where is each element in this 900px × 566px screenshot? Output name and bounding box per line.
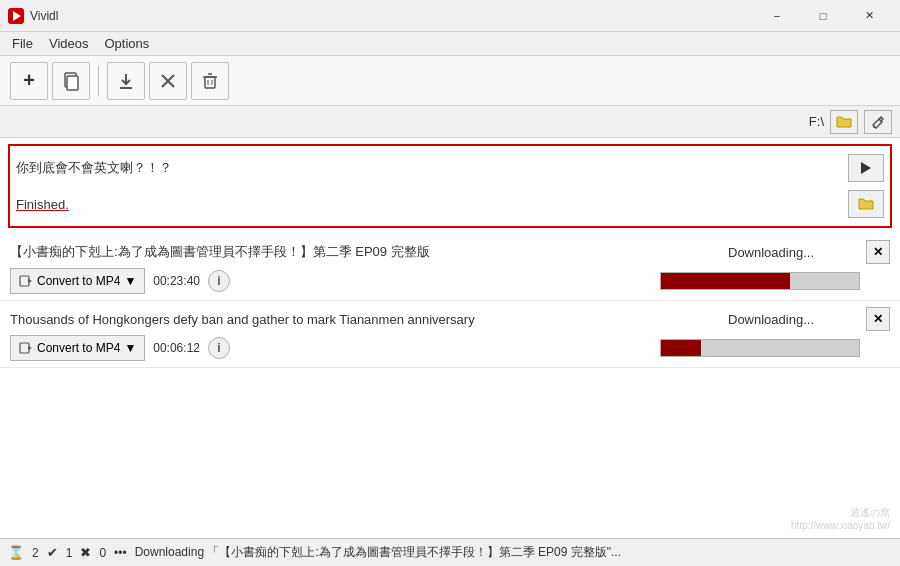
folder-icon (836, 115, 852, 129)
svg-rect-14 (20, 276, 29, 286)
edit-path-button[interactable] (864, 110, 892, 134)
download-title-1: Thousands of Hongkongers defy ban and ga… (10, 312, 728, 327)
progress-bar-0 (660, 272, 860, 290)
path-bar: F:\ (0, 106, 900, 138)
info-1-button[interactable]: i (208, 337, 230, 359)
convert-dropdown-0: ▼ (124, 274, 136, 288)
play-button[interactable] (848, 154, 884, 182)
download-row1-1: Thousands of Hongkongers defy ban and ga… (10, 307, 890, 331)
hourglass-icon: ⌛ (8, 545, 24, 560)
close-button[interactable]: ✕ (846, 0, 892, 32)
open-folder-button[interactable] (848, 190, 884, 218)
svg-marker-17 (28, 346, 32, 350)
toolbar: + (0, 56, 900, 106)
open-folder-icon (858, 197, 874, 211)
trash-button[interactable] (191, 62, 229, 100)
svg-rect-16 (20, 343, 29, 353)
progress-area-1 (238, 339, 890, 357)
add-button[interactable]: + (10, 62, 48, 100)
finished-item-row1: 你到底會不會英文喇？！？ (16, 150, 884, 186)
minimize-button[interactable]: − (754, 0, 800, 32)
downloading-filename: 「【小書痴的下剋上:為了成為圖書管理員不擇手段！】第二季 EP09 完整版"..… (207, 545, 621, 559)
finished-item-status: Finished. (16, 197, 69, 212)
remove-icon (158, 71, 178, 91)
progress-area-0 (238, 272, 890, 290)
download-icon (116, 71, 136, 91)
remove-download-1-button[interactable]: ✕ (866, 307, 890, 331)
progress-bar-1 (660, 339, 860, 357)
convert-dropdown-1: ▼ (124, 341, 136, 355)
content-area: 你到底會不會英文喇？！？ Finished. 【小書痴的下剋上:為了成為圖書管理… (0, 138, 900, 538)
convert-mp4-0-button[interactable]: Convert to MP4 ▼ (10, 268, 145, 294)
finished-item: 你到底會不會英文喇？！？ Finished. (8, 144, 892, 228)
done-count: 1 (66, 546, 73, 560)
downloading-label: Downloading (135, 545, 204, 559)
window-controls: − □ ✕ (754, 0, 892, 32)
info-0-button[interactable]: i (208, 270, 230, 292)
toolbar-separator (98, 66, 99, 96)
convert-mp4-1-button[interactable]: Convert to MP4 ▼ (10, 335, 145, 361)
download-row1-0: 【小書痴的下剋上:為了成為圖書管理員不擇手段！】第二季 EP09 完整版 Dow… (10, 240, 890, 264)
download-item-0: 【小書痴的下剋上:為了成為圖書管理員不擇手段！】第二季 EP09 完整版 Dow… (0, 234, 900, 301)
convert-label-1: Convert to MP4 (37, 341, 120, 355)
finished-item-title: 你到底會不會英文喇？！？ (16, 159, 172, 177)
download-status-0: Downloading... (728, 245, 858, 260)
progress-fill-0 (661, 273, 790, 289)
finished-item-row2: Finished. (16, 186, 884, 222)
check-icon: ✔ (47, 545, 58, 560)
play-icon (860, 161, 872, 175)
download-title-0: 【小書痴的下剋上:為了成為圖書管理員不擇手段！】第二季 EP09 完整版 (10, 243, 728, 261)
download-row2-0: Convert to MP4 ▼ 00:23:40 i (10, 268, 890, 294)
progress-fill-1 (661, 340, 701, 356)
status-bar: ⌛ 2 ✔ 1 ✖ 0 ••• Downloading 「【小書痴的下剋上:為了… (0, 538, 900, 566)
download-button[interactable] (107, 62, 145, 100)
remove-button[interactable] (149, 62, 187, 100)
menu-file[interactable]: File (4, 34, 41, 53)
svg-marker-13 (861, 162, 871, 174)
trash-icon (200, 71, 220, 91)
svg-rect-3 (67, 76, 78, 90)
folder-browse-button[interactable] (830, 110, 858, 134)
drive-label: F:\ (809, 114, 824, 129)
clipboard-icon (61, 71, 81, 91)
menu-options[interactable]: Options (96, 34, 157, 53)
menu-bar: File Videos Options (0, 32, 900, 56)
error-count: 0 (99, 546, 106, 560)
clipboard-button[interactable] (52, 62, 90, 100)
remove-download-0-button[interactable]: ✕ (866, 240, 890, 264)
video-icon-1 (19, 341, 33, 355)
error-icon: ✖ (80, 545, 91, 560)
menu-videos[interactable]: Videos (41, 34, 97, 53)
duration-0: 00:23:40 (153, 274, 200, 288)
dots-separator: ••• (114, 546, 127, 560)
app-icon (8, 8, 24, 24)
pencil-icon (871, 115, 885, 129)
video-icon-0 (19, 274, 33, 288)
download-item-1: Thousands of Hongkongers defy ban and ga… (0, 301, 900, 368)
convert-label-0: Convert to MP4 (37, 274, 120, 288)
title-bar: Vividl − □ ✕ (0, 0, 900, 32)
svg-marker-15 (28, 279, 32, 283)
svg-rect-7 (205, 77, 215, 88)
app-title: Vividl (30, 9, 754, 23)
download-status-1: Downloading... (728, 312, 858, 327)
download-row2-1: Convert to MP4 ▼ 00:06:12 i (10, 335, 890, 361)
maximize-button[interactable]: □ (800, 0, 846, 32)
duration-1: 00:06:12 (153, 341, 200, 355)
status-downloading-text: Downloading 「【小書痴的下剋上:為了成為圖書管理員不擇手段！】第二季… (135, 544, 892, 561)
pending-count: 2 (32, 546, 39, 560)
